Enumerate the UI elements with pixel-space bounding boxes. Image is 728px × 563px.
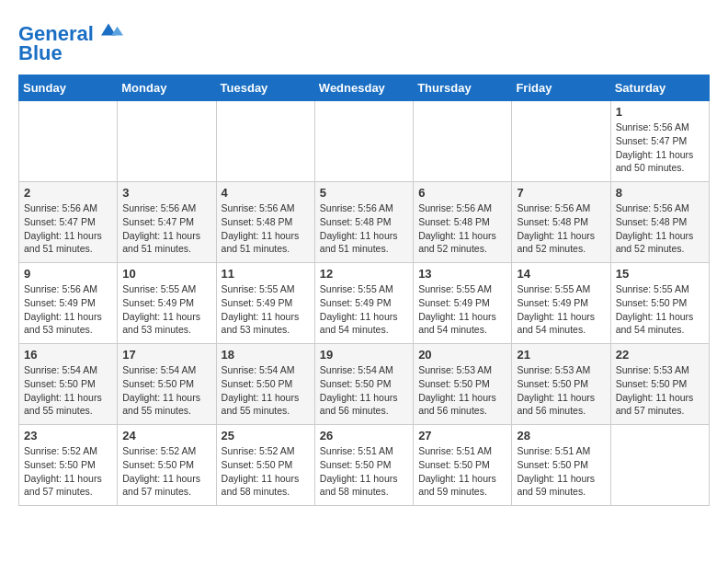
day-info: Sunrise: 5:56 AM Sunset: 5:48 PM Dayligh… (616, 201, 704, 256)
day-number: 20 (418, 348, 506, 362)
calendar-cell (118, 101, 216, 182)
calendar-header: Sunday Monday Tuesday Wednesday Thursday… (19, 75, 710, 101)
calendar-cell: 2Sunrise: 5:56 AM Sunset: 5:47 PM Daylig… (19, 182, 118, 263)
day-info: Sunrise: 5:52 AM Sunset: 5:50 PM Dayligh… (24, 444, 112, 499)
day-number: 22 (616, 348, 704, 362)
day-info: Sunrise: 5:55 AM Sunset: 5:49 PM Dayligh… (222, 282, 310, 337)
header-tuesday: Tuesday (216, 75, 314, 101)
day-number: 27 (418, 429, 506, 442)
calendar-cell: 16Sunrise: 5:54 AM Sunset: 5:50 PM Dayli… (19, 344, 118, 425)
day-info: Sunrise: 5:54 AM Sunset: 5:50 PM Dayligh… (122, 363, 210, 418)
day-number: 14 (517, 267, 605, 281)
calendar-cell: 8Sunrise: 5:56 AM Sunset: 5:48 PM Daylig… (610, 182, 709, 263)
calendar-cell: 17Sunrise: 5:54 AM Sunset: 5:50 PM Dayli… (118, 344, 216, 425)
day-number: 18 (222, 348, 310, 362)
day-number: 5 (320, 186, 408, 200)
calendar-cell (414, 101, 512, 182)
calendar-cell: 18Sunrise: 5:54 AM Sunset: 5:50 PM Dayli… (216, 344, 314, 425)
day-number: 24 (122, 429, 210, 442)
calendar-cell: 26Sunrise: 5:51 AM Sunset: 5:50 PM Dayli… (314, 425, 413, 506)
day-info: Sunrise: 5:54 AM Sunset: 5:50 PM Dayligh… (320, 363, 408, 418)
day-info: Sunrise: 5:53 AM Sunset: 5:50 PM Dayligh… (418, 363, 506, 418)
day-number: 10 (122, 267, 210, 281)
calendar-cell: 27Sunrise: 5:51 AM Sunset: 5:50 PM Dayli… (414, 425, 512, 506)
calendar-cell: 5Sunrise: 5:56 AM Sunset: 5:48 PM Daylig… (314, 182, 413, 263)
week-row-1: 1Sunrise: 5:56 AM Sunset: 5:47 PM Daylig… (19, 101, 710, 182)
calendar-cell: 9Sunrise: 5:56 AM Sunset: 5:49 PM Daylig… (19, 263, 118, 344)
day-number: 21 (517, 348, 605, 362)
day-number: 7 (517, 186, 605, 200)
day-info: Sunrise: 5:55 AM Sunset: 5:49 PM Dayligh… (122, 282, 210, 337)
day-number: 8 (616, 186, 704, 200)
calendar-cell (216, 101, 314, 182)
logo-icon (101, 18, 123, 40)
calendar-cell: 14Sunrise: 5:55 AM Sunset: 5:49 PM Dayli… (512, 263, 610, 344)
day-number: 13 (418, 267, 506, 281)
day-info: Sunrise: 5:56 AM Sunset: 5:48 PM Dayligh… (517, 201, 605, 256)
day-info: Sunrise: 5:51 AM Sunset: 5:50 PM Dayligh… (320, 444, 408, 499)
day-number: 17 (122, 348, 210, 362)
calendar-cell: 23Sunrise: 5:52 AM Sunset: 5:50 PM Dayli… (19, 425, 118, 506)
calendar-cell: 10Sunrise: 5:55 AM Sunset: 5:49 PM Dayli… (118, 263, 216, 344)
calendar-cell: 3Sunrise: 5:56 AM Sunset: 5:47 PM Daylig… (118, 182, 216, 263)
header-row: Sunday Monday Tuesday Wednesday Thursday… (19, 75, 710, 101)
day-number: 1 (616, 105, 704, 119)
day-number: 2 (24, 186, 112, 200)
header-friday: Friday (512, 75, 610, 101)
day-info: Sunrise: 5:56 AM Sunset: 5:48 PM Dayligh… (222, 201, 310, 256)
calendar-cell: 19Sunrise: 5:54 AM Sunset: 5:50 PM Dayli… (314, 344, 413, 425)
day-number: 15 (616, 267, 704, 281)
day-number: 16 (24, 348, 112, 362)
day-info: Sunrise: 5:52 AM Sunset: 5:50 PM Dayligh… (122, 444, 210, 499)
calendar-cell: 1Sunrise: 5:56 AM Sunset: 5:47 PM Daylig… (610, 101, 709, 182)
header-wednesday: Wednesday (314, 75, 413, 101)
day-info: Sunrise: 5:52 AM Sunset: 5:50 PM Dayligh… (222, 444, 310, 499)
week-row-3: 9Sunrise: 5:56 AM Sunset: 5:49 PM Daylig… (19, 263, 710, 344)
day-info: Sunrise: 5:51 AM Sunset: 5:50 PM Dayligh… (517, 444, 605, 499)
calendar-cell: 6Sunrise: 5:56 AM Sunset: 5:48 PM Daylig… (414, 182, 512, 263)
day-number: 3 (122, 186, 210, 200)
day-info: Sunrise: 5:55 AM Sunset: 5:49 PM Dayligh… (517, 282, 605, 337)
calendar-cell (314, 101, 413, 182)
calendar-cell: 12Sunrise: 5:55 AM Sunset: 5:49 PM Dayli… (314, 263, 413, 344)
header-saturday: Saturday (610, 75, 709, 101)
calendar-cell: 11Sunrise: 5:55 AM Sunset: 5:49 PM Dayli… (216, 263, 314, 344)
header-sunday: Sunday (19, 75, 118, 101)
calendar-cell (610, 425, 709, 506)
day-number: 25 (222, 429, 310, 442)
day-number: 28 (517, 429, 605, 442)
calendar-cell: 22Sunrise: 5:53 AM Sunset: 5:50 PM Dayli… (610, 344, 709, 425)
day-info: Sunrise: 5:53 AM Sunset: 5:50 PM Dayligh… (616, 363, 704, 418)
calendar-cell: 4Sunrise: 5:56 AM Sunset: 5:48 PM Daylig… (216, 182, 314, 263)
day-info: Sunrise: 5:55 AM Sunset: 5:50 PM Dayligh… (616, 282, 704, 337)
day-info: Sunrise: 5:56 AM Sunset: 5:47 PM Dayligh… (616, 121, 704, 175)
svg-marker-1 (111, 27, 123, 36)
week-row-4: 16Sunrise: 5:54 AM Sunset: 5:50 PM Dayli… (19, 344, 710, 425)
day-number: 23 (24, 429, 112, 442)
day-info: Sunrise: 5:54 AM Sunset: 5:50 PM Dayligh… (24, 363, 112, 418)
day-info: Sunrise: 5:55 AM Sunset: 5:49 PM Dayligh… (418, 282, 506, 337)
day-info: Sunrise: 5:56 AM Sunset: 5:48 PM Dayligh… (320, 201, 408, 256)
calendar-cell: 25Sunrise: 5:52 AM Sunset: 5:50 PM Dayli… (216, 425, 314, 506)
header-thursday: Thursday (414, 75, 512, 101)
calendar-cell (19, 101, 118, 182)
calendar-cell: 24Sunrise: 5:52 AM Sunset: 5:50 PM Dayli… (118, 425, 216, 506)
day-number: 12 (320, 267, 408, 281)
logo: General Blue (18, 18, 123, 65)
calendar-cell: 20Sunrise: 5:53 AM Sunset: 5:50 PM Dayli… (414, 344, 512, 425)
calendar-cell: 15Sunrise: 5:55 AM Sunset: 5:50 PM Dayli… (610, 263, 709, 344)
calendar-table: Sunday Monday Tuesday Wednesday Thursday… (18, 75, 710, 506)
calendar-cell (512, 101, 610, 182)
day-info: Sunrise: 5:55 AM Sunset: 5:49 PM Dayligh… (320, 282, 408, 337)
day-info: Sunrise: 5:56 AM Sunset: 5:47 PM Dayligh… (24, 201, 112, 256)
day-number: 26 (320, 429, 408, 442)
day-number: 19 (320, 348, 408, 362)
calendar-cell: 21Sunrise: 5:53 AM Sunset: 5:50 PM Dayli… (512, 344, 610, 425)
day-info: Sunrise: 5:54 AM Sunset: 5:50 PM Dayligh… (222, 363, 310, 418)
day-info: Sunrise: 5:56 AM Sunset: 5:49 PM Dayligh… (24, 282, 112, 337)
week-row-2: 2Sunrise: 5:56 AM Sunset: 5:47 PM Daylig… (19, 182, 710, 263)
day-info: Sunrise: 5:51 AM Sunset: 5:50 PM Dayligh… (418, 444, 506, 499)
day-number: 4 (222, 186, 310, 200)
day-number: 6 (418, 186, 506, 200)
calendar-cell: 7Sunrise: 5:56 AM Sunset: 5:48 PM Daylig… (512, 182, 610, 263)
